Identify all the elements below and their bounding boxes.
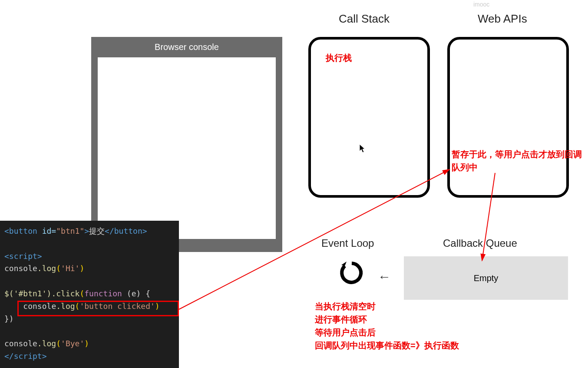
watermark-text: imooc (473, 1, 489, 8)
code-line: <script> (4, 250, 175, 263)
code-line: console.log('Hi') (4, 262, 175, 275)
call-stack-annotation: 执行栈 (326, 51, 352, 64)
code-highlight-box (17, 301, 179, 316)
web-apis-heading: Web APIs (478, 12, 527, 26)
callback-queue-heading: Callback Queue (443, 237, 517, 249)
code-line: console.log('Bye') (4, 338, 175, 350)
call-stack-heading: Call Stack (339, 12, 390, 26)
code-panel: <button id="btn1">提交</button> <script> c… (0, 221, 179, 368)
code-line: $('#btn1').click(function (e) { (4, 288, 175, 300)
event-loop-annotation: 当执行栈清空时 进行事件循环 等待用户点击后 回调队列中出现事件函数=》执行函数 (315, 300, 459, 352)
code-line: <button id="btn1">提交</button> (4, 225, 175, 238)
event-loop-heading: Event Loop (321, 237, 374, 249)
mouse-cursor-icon (360, 144, 366, 155)
code-line: </script> (4, 350, 175, 363)
callback-queue-box: Empty (404, 256, 568, 300)
event-loop-icon (339, 260, 365, 288)
callback-queue-content: Empty (474, 273, 499, 283)
browser-console-panel: Browser console (91, 37, 282, 252)
left-arrow-icon: ← (378, 269, 391, 284)
web-apis-annotation: 暂存于此，等用户点击才放到回调队列中 (452, 148, 588, 174)
browser-console-body (98, 57, 276, 239)
browser-console-title: Browser console (91, 37, 282, 57)
